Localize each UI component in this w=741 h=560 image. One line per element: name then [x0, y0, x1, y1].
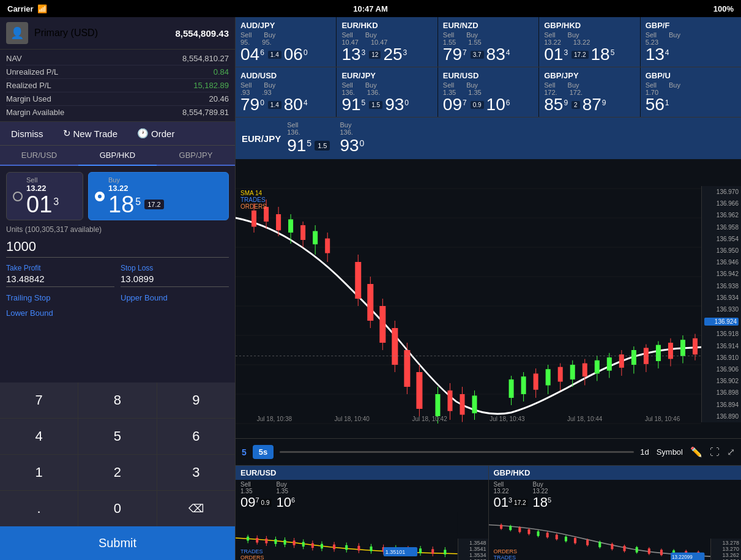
- currency-card-eurnzd[interactable]: EUR/NZD Sell Buy 1.551.55 797 3.7 834: [438, 17, 539, 67]
- svg-rect-81: [256, 538, 258, 543]
- period2-label: 1d: [640, 447, 649, 457]
- tab-gbp-hkd[interactable]: GBP/HKD: [78, 146, 157, 166]
- currency-card-gbpu[interactable]: GBP/U Sell Buy 1.70 561: [641, 67, 741, 117]
- currency-card-eurjpy[interactable]: EUR/JPY Sell Buy 136.136. 915 1.5 930: [337, 67, 438, 117]
- currency-card-audjpy[interactable]: AUD/JPY Sell Buy 95.95. 046 1.4 060: [236, 17, 337, 67]
- chart-annotations: SMA 14 TRADES ORDERS: [240, 190, 267, 210]
- svg-rect-31: [392, 328, 398, 365]
- account-balance: 8,554,809.43: [175, 28, 229, 39]
- num-2[interactable]: 2: [78, 455, 156, 490]
- account-name: Primary (USD): [34, 28, 98, 39]
- chart-num: 5: [242, 447, 247, 457]
- svg-rect-115: [444, 550, 446, 554]
- svg-rect-53: [558, 367, 563, 382]
- backspace-button[interactable]: ⌫: [157, 491, 235, 526]
- num-7[interactable]: 7: [0, 383, 78, 418]
- currency-card-eurhkd[interactable]: EUR/HKD Sell Buy 10.4710.47 133 12 253: [337, 17, 438, 67]
- num-6[interactable]: 6: [157, 419, 235, 454]
- buy-radio[interactable]: [95, 192, 105, 201]
- svg-rect-136: [573, 538, 576, 543]
- currency-card-eurusd[interactable]: EUR/USD Sell Buy 1.351.35 097 0.9 106: [438, 67, 539, 117]
- dismiss-button[interactable]: Dismiss: [6, 126, 48, 141]
- svg-rect-33: [404, 350, 410, 387]
- svg-rect-17: [288, 219, 293, 233]
- currency-grid-top: AUD/JPY Sell Buy 95.95. 046 1.4 060: [236, 17, 741, 67]
- carrier-label: Carrier: [7, 4, 34, 13]
- svg-rect-140: [598, 542, 601, 547]
- mini-prices-eurusd: Sell 1.35 09 7 0.9 Buy 1.35 10 6: [236, 480, 488, 512]
- svg-rect-111: [419, 548, 422, 553]
- svg-rect-101: [357, 546, 360, 551]
- svg-rect-57: [583, 364, 587, 377]
- currency-card-audusd[interactable]: AUD/USD Sell Buy .93.93 790 1.4 804: [236, 67, 337, 117]
- tab-eur-usd[interactable]: EUR/USD: [0, 146, 78, 166]
- svg-rect-83: [265, 539, 267, 543]
- svg-rect-124: [518, 528, 521, 532]
- currency-card-gbpjpy[interactable]: GBP/JPY Sell Buy 172.172. 859 2 879: [539, 67, 640, 117]
- chart-slider[interactable]: [280, 451, 634, 453]
- new-trade-icon: ↻: [63, 128, 71, 139]
- buy-big-price: 18 5 17.2: [108, 193, 164, 216]
- svg-rect-55: [570, 365, 575, 379]
- buy-label: Buy: [108, 176, 164, 184]
- svg-rect-132: [555, 535, 557, 540]
- svg-rect-79: [247, 537, 249, 540]
- num-1[interactable]: 1: [0, 455, 78, 490]
- wifi-icon: 📶: [37, 4, 47, 13]
- svg-rect-75: [693, 338, 698, 354]
- tab-gbp-jpy[interactable]: GBP/JPY: [157, 146, 235, 166]
- num-3[interactable]: 3: [157, 455, 235, 490]
- orders-label: ORDERS: [240, 203, 267, 210]
- currency-grid-row2: AUD/USD Sell Buy .93.93 790 1.4 804: [236, 67, 741, 118]
- svg-rect-91: [302, 542, 305, 547]
- num-5[interactable]: 5: [78, 419, 156, 454]
- numpad: 7 8 9 4 5 6 1 2 3 . 0 ⌫: [0, 383, 235, 526]
- currency-card-gbphkd[interactable]: GBP/HKD Sell Buy 13.2213.22 013 17.2 185: [539, 17, 640, 67]
- time-axis: Jul 18, 10:38 Jul 18, 10:40 Jul 18, 10:4…: [236, 413, 701, 425]
- trailing-stop-link[interactable]: Trailing Stop: [6, 293, 114, 302]
- tp-sl-row: Take Profit 13.48842 Stop Loss 13.0899: [6, 264, 229, 287]
- sell-option[interactable]: Sell 13.22 01 3: [6, 172, 83, 220]
- tab-bar: EUR/USD GBP/HKD GBP/JPY: [0, 146, 235, 166]
- svg-rect-27: [367, 284, 373, 321]
- sma-label: SMA 14: [240, 190, 267, 196]
- units-input[interactable]: [6, 236, 229, 258]
- fullscreen-icon[interactable]: ⤢: [727, 446, 735, 458]
- svg-rect-97: [333, 545, 335, 550]
- svg-rect-150: [660, 550, 662, 555]
- option-row-2: Lower Bound: [6, 308, 229, 318]
- order-button[interactable]: 🕐 Order: [132, 125, 179, 141]
- svg-rect-43: [472, 395, 477, 413]
- sell-radio[interactable]: [13, 192, 23, 201]
- svg-rect-65: [631, 350, 636, 365]
- num-8[interactable]: 8: [78, 383, 156, 418]
- new-trade-button[interactable]: ↻ New Trade: [58, 125, 123, 141]
- svg-rect-71: [668, 343, 673, 359]
- submit-button[interactable]: Submit: [0, 526, 235, 560]
- num-0[interactable]: 0: [78, 491, 156, 526]
- svg-rect-39: [447, 390, 452, 411]
- num-9[interactable]: 9: [157, 383, 235, 418]
- account-header: 👤 Primary (USD) 8,554,809.43: [0, 17, 235, 50]
- svg-rect-87: [284, 540, 286, 545]
- chart-sell-buy: Sell 136. 91 5 1.5 Buy 136. 93 0: [287, 121, 364, 155]
- svg-rect-146: [635, 547, 638, 553]
- take-profit-value[interactable]: 13.48842: [6, 274, 114, 287]
- buy-option[interactable]: Buy 13.22 18 5 17.2: [88, 172, 229, 220]
- margin-used-row: Margin Used 20.46: [6, 92, 229, 106]
- stop-loss-value[interactable]: 13.0899: [121, 274, 229, 287]
- upper-bound-link[interactable]: Upper Bound: [121, 293, 229, 302]
- buy-info: Buy 13.22 18 5 17.2: [108, 176, 164, 216]
- sell-big-price: 01 3: [26, 193, 59, 216]
- num-4[interactable]: 4: [0, 419, 78, 454]
- expand-icon[interactable]: ⛶: [710, 447, 720, 458]
- labels-audjpy: Sell Buy: [240, 31, 331, 39]
- chart-period-btn[interactable]: 5s: [253, 445, 274, 459]
- sell-info: Sell 13.22 01 3: [26, 176, 59, 216]
- account-stats: NAV 8,554,810.27 Unrealized P/L 0.84 Rea…: [0, 50, 235, 122]
- draw-icon[interactable]: ✏️: [690, 446, 702, 458]
- svg-rect-128: [537, 531, 539, 536]
- currency-card-gbpf[interactable]: GBP/F Sell Buy 5.23 134: [641, 17, 741, 67]
- lower-bound-link[interactable]: Lower Bound: [6, 308, 229, 318]
- num-dot[interactable]: .: [0, 491, 78, 526]
